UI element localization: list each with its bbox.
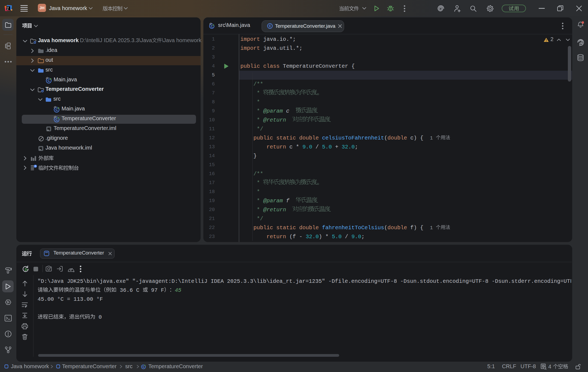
svg-text:C: C	[269, 24, 271, 28]
svg-text:IJ: IJ	[7, 6, 9, 9]
